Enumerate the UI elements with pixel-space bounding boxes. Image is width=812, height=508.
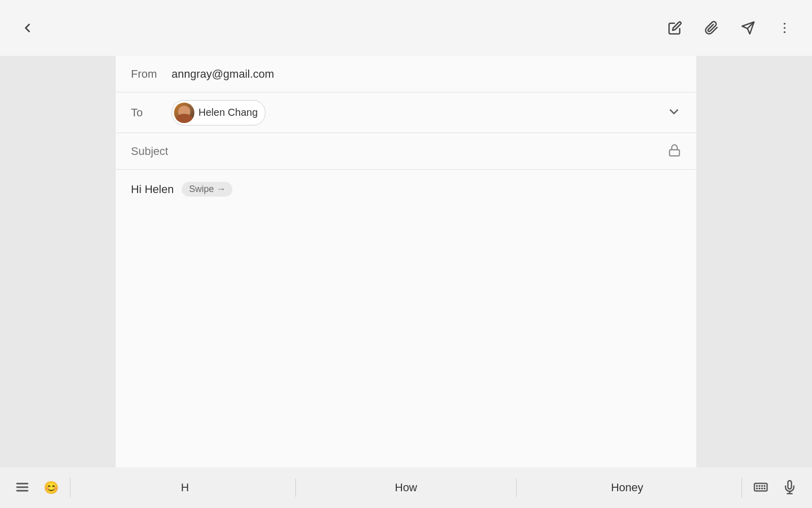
top-bar-left [16, 17, 39, 39]
svg-rect-24 [755, 483, 767, 491]
recipient-avatar [174, 103, 194, 123]
emoji-icon: 😊 [44, 481, 59, 494]
swipe-hint[interactable]: Swipe → [182, 182, 232, 197]
to-row: To Helen Chang [116, 92, 696, 133]
body-content: Hi Helen [131, 183, 174, 196]
from-label: From [131, 68, 172, 81]
send-button[interactable] [737, 17, 759, 39]
suggestion-1[interactable]: H [75, 477, 295, 498]
recipient-name: Helen Chang [198, 107, 258, 118]
body-area[interactable]: Hi Helen Swipe → [116, 170, 696, 471]
left-panel [0, 56, 116, 508]
back-button[interactable] [16, 17, 39, 39]
to-label: To [131, 106, 172, 119]
svg-point-3 [784, 27, 786, 29]
mic-button[interactable] [775, 475, 804, 501]
subject-input[interactable] [131, 145, 668, 158]
top-bar-right [664, 17, 796, 39]
suggestion-2[interactable]: How [296, 477, 517, 498]
keyboard-menu-button[interactable] [8, 475, 37, 501]
right-panel [696, 56, 812, 508]
attach-button[interactable] [700, 17, 723, 39]
edit-button[interactable] [664, 17, 686, 39]
svg-rect-5 [669, 149, 680, 155]
lock-icon[interactable] [668, 144, 681, 159]
recipient-chip[interactable]: Helen Chang [172, 100, 265, 125]
subject-row [116, 133, 696, 170]
from-row: From anngray@gmail.com [116, 56, 696, 92]
keyboard-suggestions: H How Honey [75, 477, 737, 498]
avatar-image [174, 103, 194, 123]
svg-point-4 [784, 31, 786, 33]
more-button[interactable] [773, 17, 796, 39]
from-value: anngray@gmail.com [172, 68, 274, 81]
keyboard-bar: 😊 H How Honey [0, 467, 812, 508]
compose-area: From anngray@gmail.com To Helen Chang [116, 56, 696, 508]
kb-left-divider [70, 478, 71, 498]
kb-right-divider [741, 478, 742, 498]
to-chevron-button[interactable] [667, 105, 681, 121]
top-bar [0, 0, 812, 56]
keyboard-toggle-button[interactable] [746, 474, 775, 501]
suggestion-3[interactable]: Honey [517, 477, 737, 498]
body-text: Hi Helen Swipe → [131, 182, 681, 197]
svg-point-2 [784, 23, 786, 25]
emoji-button[interactable]: 😊 [37, 475, 66, 500]
